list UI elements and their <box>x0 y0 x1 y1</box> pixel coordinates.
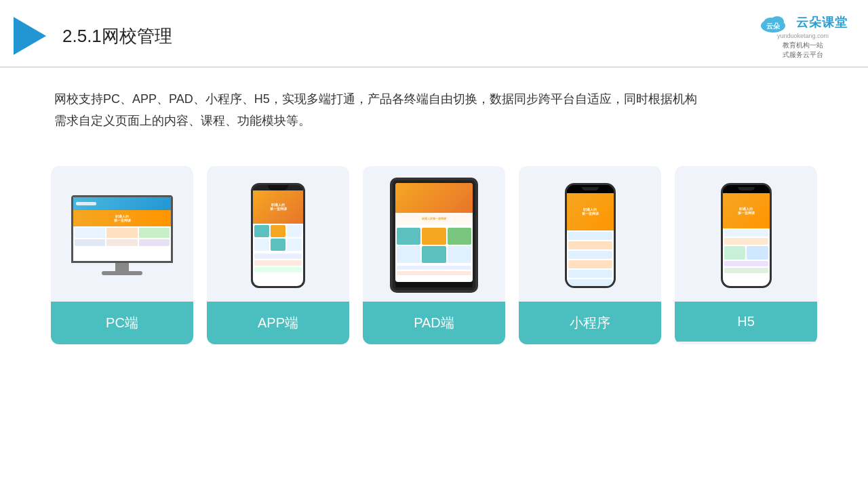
header: 2.5.1网校管理 云朵 云朵课堂 yunduoketang.com 教育机构一… <box>0 0 868 68</box>
card-app: 职通人的第一堂网课 <box>207 166 349 344</box>
card-pc-label: PC端 <box>51 302 193 344</box>
page-title: 2.5.1网校管理 <box>62 24 172 48</box>
header-right: 云朵 云朵课堂 yunduoketang.com 教育机构一站 式服务云平台 <box>758 12 848 60</box>
card-pc: 职通人的第一堂网课 PC端 <box>51 166 193 344</box>
brand-name: 云朵课堂 <box>796 14 848 30</box>
phone-screen: 职通人的第一堂网课 <box>253 190 303 286</box>
pc-monitor-icon: 职通人的第一堂网课 <box>71 195 173 275</box>
phone-notch <box>268 185 288 190</box>
card-pad: 职通人的第一堂网课 <box>363 166 505 344</box>
cloud-icon: 云朵 <box>758 12 792 33</box>
card-pad-image: 职通人的第一堂网课 <box>363 166 505 302</box>
logo-triangle-icon <box>14 17 46 55</box>
svg-text:云朵: 云朵 <box>766 22 781 30</box>
title-text: 网校管理 <box>102 26 172 46</box>
description-line1: 网校支持PC、APP、PAD、小程序、H5，实现多端打通，产品各终端自由切换，数… <box>54 88 814 110</box>
tablet-screen: 职通人的第一堂网课 <box>395 183 473 282</box>
card-h5-image: 职通人的第一堂网课 <box>675 166 817 302</box>
miniprogram-phone-icon: 职通人的第一堂网课 <box>565 183 616 288</box>
card-app-label: APP端 <box>207 302 349 344</box>
app-phone-icon: 职通人的第一堂网课 <box>251 183 305 288</box>
pad-tablet-icon: 职通人的第一堂网课 <box>390 178 478 293</box>
card-miniprogram-label: 小程序 <box>519 302 661 344</box>
description-section: 网校支持PC、APP、PAD、小程序、H5，实现多端打通，产品各终端自由切换，数… <box>0 68 868 139</box>
card-pad-label: PAD端 <box>363 302 505 344</box>
card-miniprogram: 职通人的第一堂网课 小程序 <box>519 166 661 344</box>
card-app-image: 职通人的第一堂网课 <box>207 166 349 302</box>
brand-icon-area: 云朵 云朵课堂 <box>758 12 848 33</box>
card-pc-image: 职通人的第一堂网课 <box>51 166 193 302</box>
brand-logo: 云朵 云朵课堂 yunduoketang.com 教育机构一站 式服务云平台 <box>758 12 848 60</box>
card-miniprogram-image: 职通人的第一堂网课 <box>519 166 661 302</box>
brand-slogan: 教育机构一站 式服务云平台 <box>783 41 823 60</box>
header-left: 2.5.1网校管理 <box>14 17 172 55</box>
description-line2: 需求自定义页面上的内容、课程、功能模块等。 <box>54 110 814 131</box>
h5-phone-icon: 职通人的第一堂网课 <box>721 183 772 288</box>
brand-url: yunduoketang.com <box>777 33 829 39</box>
title-number: 2.5.1 <box>62 26 102 46</box>
card-h5: 职通人的第一堂网课 H5 <box>675 166 817 344</box>
cards-container: 职通人的第一堂网课 PC端 <box>0 146 868 365</box>
card-h5-label: H5 <box>675 302 817 342</box>
